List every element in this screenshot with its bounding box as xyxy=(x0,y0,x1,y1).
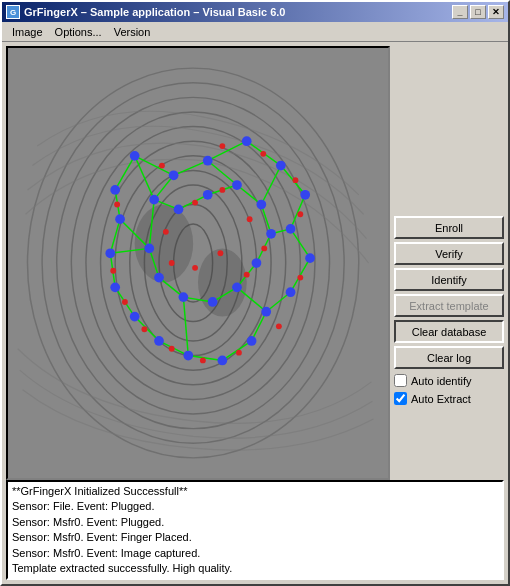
svg-point-68 xyxy=(130,312,140,322)
svg-point-76 xyxy=(232,180,242,190)
auto-identify-row: Auto identify xyxy=(394,374,504,387)
title-bar: G GrFingerX – Sample application – Visua… xyxy=(2,2,508,22)
menu-version[interactable]: Version xyxy=(108,24,157,40)
svg-point-63 xyxy=(261,307,271,317)
auto-extract-checkbox[interactable] xyxy=(394,392,407,405)
minimize-button[interactable]: _ xyxy=(452,5,468,19)
svg-point-98 xyxy=(114,202,120,208)
title-bar-buttons: _ □ ✕ xyxy=(452,5,504,19)
svg-point-107 xyxy=(169,260,175,266)
clear-database-button[interactable]: Clear database xyxy=(394,320,504,343)
svg-point-105 xyxy=(217,250,223,256)
svg-point-66 xyxy=(183,351,193,361)
svg-point-85 xyxy=(159,163,165,169)
app-icon: G xyxy=(6,5,20,19)
auto-identify-label: Auto identify xyxy=(411,375,472,387)
menu-image[interactable]: Image xyxy=(6,24,49,40)
svg-point-95 xyxy=(141,326,147,332)
svg-point-61 xyxy=(305,253,315,263)
svg-point-106 xyxy=(192,265,198,271)
log-line: **GrFingerX Initialized Successfull** xyxy=(12,484,498,499)
svg-point-101 xyxy=(219,187,225,193)
svg-point-81 xyxy=(208,297,218,307)
content-area: Enroll Verify Identify Extract template … xyxy=(2,42,508,480)
svg-point-65 xyxy=(217,356,227,366)
svg-point-55 xyxy=(169,170,179,180)
log-line: Sensor: File. Event: Plugged. xyxy=(12,499,498,514)
svg-point-67 xyxy=(154,336,164,346)
svg-rect-0 xyxy=(8,49,388,478)
svg-point-83 xyxy=(154,273,164,283)
log-line: Sensor: Msfr0. Event: Plugged. xyxy=(12,515,498,530)
close-button[interactable]: ✕ xyxy=(488,5,504,19)
svg-point-80 xyxy=(232,282,242,292)
svg-point-75 xyxy=(203,190,213,200)
svg-point-71 xyxy=(115,214,125,224)
menu-options[interactable]: Options... xyxy=(49,24,108,40)
title-bar-left: G GrFingerX – Sample application – Visua… xyxy=(6,5,285,19)
svg-point-82 xyxy=(179,292,189,302)
svg-point-103 xyxy=(261,245,267,251)
right-panel: Enroll Verify Identify Extract template … xyxy=(394,46,504,480)
svg-point-104 xyxy=(244,272,250,278)
maximize-button[interactable]: □ xyxy=(470,5,486,19)
fingerprint-svg xyxy=(8,48,388,478)
svg-point-70 xyxy=(105,248,115,258)
verify-button[interactable]: Verify xyxy=(394,242,504,265)
svg-point-87 xyxy=(260,151,266,157)
identify-button[interactable]: Identify xyxy=(394,268,504,291)
log-line: Template extracted successfully. High qu… xyxy=(12,561,498,576)
auto-extract-label: Auto Extract xyxy=(411,393,471,405)
svg-point-56 xyxy=(203,156,213,166)
svg-point-77 xyxy=(256,200,266,210)
svg-point-72 xyxy=(110,185,120,195)
fingerprint-panel xyxy=(6,46,390,480)
svg-point-78 xyxy=(266,229,276,239)
log-area: **GrFingerX Initialized Successfull**Sen… xyxy=(6,480,504,580)
svg-point-54 xyxy=(130,151,140,161)
extract-template-button[interactable]: Extract template xyxy=(394,294,504,317)
svg-point-79 xyxy=(252,258,262,268)
svg-point-60 xyxy=(286,224,296,234)
log-line: Sensor: Msfr0. Event: Finger removed. xyxy=(12,576,498,580)
svg-point-13 xyxy=(198,248,247,316)
svg-point-73 xyxy=(149,195,159,205)
svg-point-62 xyxy=(286,287,296,297)
svg-point-90 xyxy=(297,275,303,281)
log-line: Sensor: Msfr0. Event: Image captured. xyxy=(12,546,498,561)
svg-point-94 xyxy=(169,346,175,352)
svg-point-84 xyxy=(144,244,154,254)
svg-point-88 xyxy=(293,177,299,183)
svg-point-100 xyxy=(192,200,198,206)
window-title: GrFingerX – Sample application – Visual … xyxy=(24,6,285,18)
svg-point-86 xyxy=(219,143,225,149)
menu-bar: Image Options... Version xyxy=(2,22,508,42)
svg-point-89 xyxy=(297,211,303,217)
enroll-button[interactable]: Enroll xyxy=(394,216,504,239)
svg-point-93 xyxy=(200,358,206,364)
svg-point-57 xyxy=(242,136,252,146)
svg-point-58 xyxy=(276,161,286,171)
svg-point-59 xyxy=(300,190,310,200)
svg-point-74 xyxy=(174,205,184,215)
svg-point-96 xyxy=(122,299,128,305)
svg-point-97 xyxy=(110,268,116,274)
main-window: G GrFingerX – Sample application – Visua… xyxy=(0,0,510,586)
auto-extract-row: Auto Extract xyxy=(394,392,504,405)
svg-point-69 xyxy=(110,282,120,292)
svg-point-91 xyxy=(276,323,282,329)
log-line: Sensor: Msfr0. Event: Finger Placed. xyxy=(12,530,498,545)
svg-point-92 xyxy=(236,350,242,356)
svg-point-99 xyxy=(163,229,169,235)
clear-log-button[interactable]: Clear log xyxy=(394,346,504,369)
svg-point-102 xyxy=(247,216,253,222)
auto-identify-checkbox[interactable] xyxy=(394,374,407,387)
svg-point-64 xyxy=(247,336,257,346)
